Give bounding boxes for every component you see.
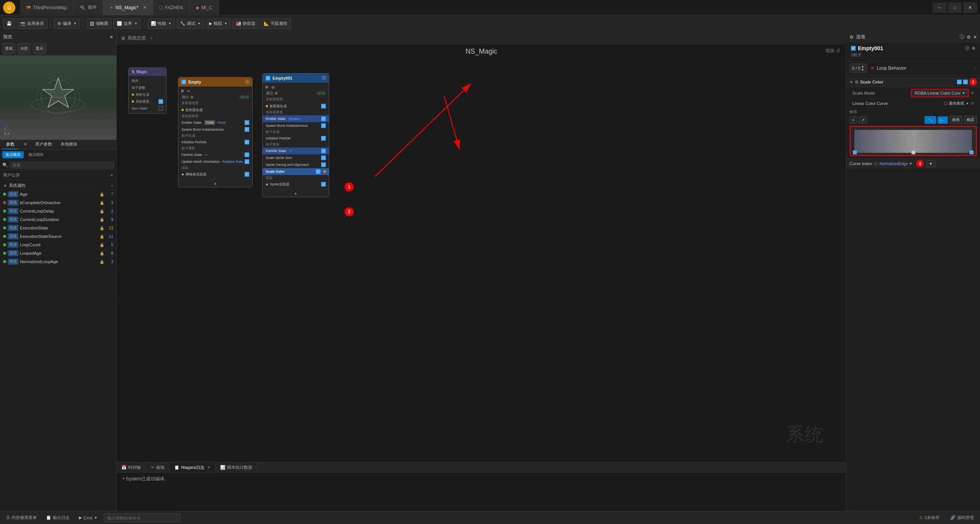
tab-ns-magic-close[interactable]: ✕: [143, 5, 146, 10]
empty-render: 渲染: [178, 165, 252, 171]
preview-perspective[interactable]: 透视: [2, 43, 15, 54]
node-graph[interactable]: NS_Magic 缩放 -2 系统 S_Magic 组件 粒子参数 系统生成: [117, 44, 846, 462]
empty-icon-2[interactable]: ∞: [187, 89, 190, 93]
center-tab-close[interactable]: ✕: [150, 36, 153, 40]
empty-node-checkbox[interactable]: [181, 80, 186, 84]
right-panel-settings[interactable]: ⚙: [967, 34, 971, 40]
params-tab-params[interactable]: 参数: [2, 140, 18, 149]
params-tab-close[interactable]: ✕: [20, 141, 31, 149]
empty001-node-info[interactable]: ⓘ: [322, 75, 326, 81]
entity-info-icon[interactable]: ⓘ: [965, 46, 969, 51]
tab-fazhen[interactable]: ⬡ FAZHEN: [153, 0, 189, 15]
toolbar-thumbnail[interactable]: 🖼 缩略图: [87, 18, 112, 29]
simulate-icon: ▶: [209, 21, 212, 26]
graph-watermark: 系统: [786, 422, 823, 447]
linear-color-curve-arrow[interactable]: ▼: [966, 102, 969, 105]
toolbar-bounds[interactable]: ⬜ 边界 ▼: [113, 18, 141, 29]
maximize-button[interactable]: □: [948, 2, 962, 13]
params-tab-local[interactable]: 本地模块: [57, 140, 81, 149]
curve-type-btn[interactable]: 曲线: [949, 116, 962, 124]
empty-icon-1[interactable]: ⚙: [181, 89, 184, 93]
tab-thirdpersonmap[interactable]: 🗺 ThirdPersonMap: [20, 0, 74, 15]
close-button[interactable]: ✕: [963, 2, 977, 13]
toolbar-simulate[interactable]: ▶ 模拟 ▼: [206, 18, 231, 29]
loop-x-btn[interactable]: ✕: [871, 66, 874, 71]
bottom-tab-curve[interactable]: 〜 曲线: [146, 462, 170, 472]
loop-options[interactable]: ⋮: [973, 66, 977, 70]
bottom-tab-stats[interactable]: 📊 脚本统计数据: [216, 462, 257, 472]
curve-canvas[interactable]: [849, 126, 977, 156]
status-cmd[interactable]: ▶ Cmd ▼: [76, 514, 101, 521]
preview-close[interactable]: ✕: [109, 34, 113, 40]
empty-node[interactable]: Empty ⓘ ⚙ ∞ 属性 ⚙ +阶段 发射器情景 发射器生成 发射器更新: [178, 77, 253, 187]
active-module-btn[interactable]: 激活模块: [25, 151, 47, 158]
curve-add-btn[interactable]: +: [849, 116, 857, 124]
tab-ns-magic[interactable]: ✦ NS_Magic* ✕: [103, 0, 153, 15]
system-props-add[interactable]: +: [111, 183, 113, 188]
right-panel-info[interactable]: ⓘ: [960, 34, 964, 40]
empty001-icon-1[interactable]: ⚙: [265, 85, 268, 89]
empty001-spawn-burst: Spawn Burst Instantaneous: [263, 122, 329, 129]
separator-3: [144, 19, 144, 28]
toolbar-save[interactable]: 💾: [3, 18, 15, 29]
system-node[interactable]: S_Magic 组件 粒子参数 系统生成 系统更新 Item S: [128, 67, 167, 114]
curve-index-arrow[interactable]: ▼: [909, 162, 912, 165]
user-public-add[interactable]: +: [110, 172, 113, 178]
preview-lighting[interactable]: 光照: [18, 43, 31, 54]
toolbar-performance[interactable]: 📊 性能 ▼: [147, 18, 175, 29]
empty001-icon-2[interactable]: ◎: [271, 85, 275, 89]
toolbar-screenshot[interactable]: 📷 应用录存: [17, 18, 47, 29]
right-panel: ⚙ 选项 ⓘ ⚙ ✕ Empty001 ⓘ ⚙ 2粒子 0 / 0 ▲▼ ✕: [846, 32, 980, 511]
empty-init-particle: Initialize Particle: [178, 139, 252, 146]
active-overview-btn[interactable]: 激活概览: [2, 151, 24, 158]
params-tab-user[interactable]: 用户参数: [31, 140, 56, 149]
empty-emitter-scenario: 发射器情景: [178, 100, 252, 106]
preview-display[interactable]: 显示: [33, 43, 46, 54]
empty001-scale-color[interactable]: Scale Color: [263, 168, 329, 175]
console-input[interactable]: [104, 514, 180, 522]
scale-color-check2[interactable]: [963, 80, 968, 84]
entity-settings-icon[interactable]: ⚙: [972, 46, 975, 51]
curve-handle-mid[interactable]: [911, 151, 915, 154]
tab-plugin-label: 插件: [88, 4, 97, 11]
loop-arrows[interactable]: ▲▼: [861, 65, 864, 72]
scale-color-enable-check[interactable]: [957, 80, 962, 84]
tab-plugin[interactable]: 🔌 插件: [74, 0, 103, 15]
curve-mode-btn[interactable]: [924, 116, 936, 124]
empty001-node-checkbox[interactable]: [266, 76, 270, 80]
status-source-control[interactable]: 🔗 源码管理: [947, 514, 977, 521]
toolbar-scalability[interactable]: 📐 可延展性: [260, 18, 291, 29]
empty001-node-footer[interactable]: ▲: [263, 189, 329, 197]
toolbar-debug[interactable]: 🔧 调试 ▼: [176, 18, 204, 29]
bottom-tab-log-close[interactable]: ✕: [207, 465, 211, 469]
right-panel-close[interactable]: ✕: [973, 34, 977, 40]
bottom-tab-timeline[interactable]: 📅 时间轴: [117, 462, 146, 472]
prop-tag-currentloopduration: 系统: [8, 216, 18, 223]
toolbar-compile[interactable]: ⚙ 编译 ▼: [54, 18, 80, 29]
empty-node-footer[interactable]: ▲: [178, 179, 252, 187]
center-tab-systemoverview[interactable]: ⊞ 系统总览 ✕: [117, 32, 158, 44]
linear-color-curve-reset[interactable]: ↺: [970, 101, 974, 106]
scale-mode-reset[interactable]: ↺: [970, 91, 974, 96]
empty001-node[interactable]: Empty001 ⓘ ⚙ ◎ 属性 ⚙ +阶段 发射器情景 发射器生成: [262, 73, 329, 197]
status-output-log[interactable]: 📋 输出日志: [43, 514, 73, 521]
entity-checkbox[interactable]: [851, 46, 856, 51]
curve-handle-left[interactable]: [853, 151, 857, 154]
status-content-menu[interactable]: ☰ 内容侧滑菜单: [3, 514, 40, 521]
search-input[interactable]: [10, 162, 114, 169]
empty-node-info[interactable]: ⓘ: [245, 79, 249, 85]
scale-mode-dropdown[interactable]: RGBA Linear Color Curv ▼: [911, 89, 969, 97]
curve-expand-btn[interactable]: ▼: [926, 160, 935, 167]
preview-title: 预览: [3, 34, 12, 40]
tab-mi-c[interactable]: ◈ MI_C: [189, 0, 219, 15]
curve-icon: 〜: [150, 465, 155, 470]
curve-straight-btn[interactable]: |→: [938, 116, 948, 124]
status-unsaved[interactable]: ⚠ 1未保存: [916, 514, 942, 521]
curve-step-btn[interactable]: 梯度: [964, 116, 977, 124]
loop-counter-value: 0 / 0: [852, 66, 860, 70]
minimize-button[interactable]: ─: [933, 2, 946, 13]
bottom-tab-log[interactable]: 📋 Niagara日志 ✕: [170, 462, 216, 472]
toolbar-baker[interactable]: 🏭 烘焙器: [232, 18, 259, 29]
curve-export-btn[interactable]: ↗: [859, 116, 867, 124]
curve-handle-right[interactable]: [970, 151, 973, 154]
